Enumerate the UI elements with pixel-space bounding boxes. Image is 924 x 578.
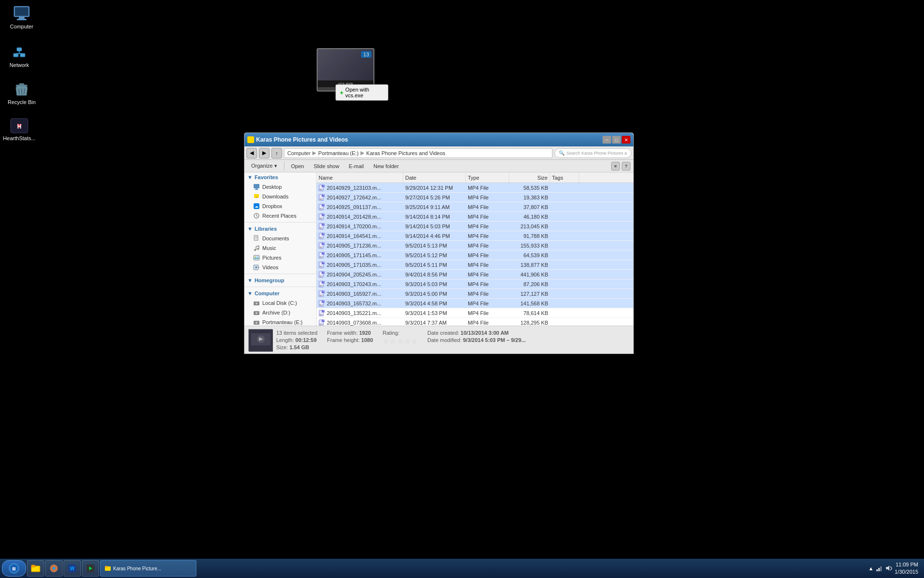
- close-button[interactable]: ✕: [622, 136, 630, 144]
- rating-label: Rating:: [383, 330, 418, 336]
- star-1[interactable]: ☆: [383, 337, 389, 345]
- forward-button[interactable]: ▶: [259, 148, 270, 158]
- star-5[interactable]: ☆: [411, 337, 418, 345]
- nav-item-archive[interactable]: Archive (D:): [244, 308, 316, 317]
- status-col-selection: 13 items selected Length: 00:12:59 Size:…: [276, 330, 318, 350]
- breadcrumb-computer: Computer: [287, 150, 310, 156]
- up-button[interactable]: ↑: [271, 148, 282, 158]
- table-row[interactable]: MP4 20140903_165732.m... 9/3/2014 4:58 P…: [317, 299, 633, 308]
- email-button[interactable]: E-mail: [345, 161, 368, 171]
- clock: 11:09 PM 1/30/2015: [895, 561, 918, 576]
- start-button[interactable]: ⊞: [2, 560, 26, 577]
- maximize-button[interactable]: □: [612, 136, 621, 144]
- nav-item-dropbox[interactable]: ☁ Dropbox: [244, 201, 316, 211]
- desktop-icon-computer[interactable]: Computer: [2, 2, 41, 31]
- nav-music-label: Music: [262, 245, 276, 251]
- col-header-type[interactable]: Type: [466, 172, 509, 183]
- table-row[interactable]: MP4 20140914_164541.m... 9/14/2014 4:46 …: [317, 231, 633, 241]
- local-disk-icon: [253, 300, 260, 306]
- col-header-name[interactable]: Name: [317, 172, 403, 183]
- help-button[interactable]: ?: [622, 162, 630, 171]
- col-header-size[interactable]: Size: [509, 172, 550, 183]
- table-row[interactable]: MP4 20140903_073608.m... 9/3/2014 7:37 A…: [317, 318, 633, 326]
- file-size-cell: 127,127 KB: [509, 291, 550, 297]
- desktop-icon-network[interactable]: Network: [0, 41, 38, 70]
- table-row[interactable]: MP4 20140904_205245.m... 9/4/2014 8:56 P…: [317, 270, 633, 279]
- taskbar-firefox[interactable]: [45, 560, 63, 577]
- status-col-frame: Frame width: 1920 Frame height: 1080: [327, 330, 373, 350]
- file-name-cell: MP4 20140903_165927.m...: [317, 290, 403, 297]
- libraries-header[interactable]: ▼ Libraries: [244, 224, 316, 234]
- documents-nav-icon: [253, 235, 260, 242]
- nav-item-videos[interactable]: Videos: [244, 263, 316, 272]
- rating-stars[interactable]: ☆ ☆ ☆ ☆ ☆: [383, 337, 418, 345]
- nav-item-recent[interactable]: Recent Places: [244, 211, 316, 221]
- table-row[interactable]: MP4 20140914_170200.m... 9/14/2014 5:03 …: [317, 222, 633, 231]
- nav-item-local-disk[interactable]: Local Disk (C:): [244, 298, 316, 308]
- table-row[interactable]: MP4 20140914_201428.m... 9/14/2014 8:14 …: [317, 212, 633, 222]
- desktop-icon-recycle[interactable]: Recycle Bin: [2, 78, 41, 107]
- hearthstats-icon: ♥ H: [10, 116, 29, 135]
- open-button[interactable]: Open: [287, 161, 308, 171]
- taskbar-media[interactable]: [82, 560, 99, 577]
- nav-desktop-label: Desktop: [262, 184, 282, 190]
- file-date-cell: 9/14/2014 5:03 PM: [403, 223, 466, 229]
- selection-label: 13 items selected: [276, 330, 318, 336]
- tray-expand-icon[interactable]: ▲: [868, 565, 873, 571]
- col-header-date[interactable]: Date: [403, 172, 466, 183]
- svg-rect-10: [19, 83, 24, 85]
- app3-icon: W: [67, 564, 77, 573]
- star-4[interactable]: ☆: [404, 337, 411, 345]
- nav-item-pictures[interactable]: Pictures: [244, 253, 316, 263]
- file-name-cell: MP4 20140929_123103.m...: [317, 184, 403, 191]
- back-button[interactable]: ◀: [246, 148, 257, 158]
- col-header-tags[interactable]: Tags: [550, 172, 579, 183]
- table-row[interactable]: MP4 20140903_170243.m... 9/3/2014 5:03 P…: [317, 279, 633, 289]
- svg-text:⊞: ⊞: [12, 566, 16, 571]
- desktop-icon-hearthstats[interactable]: ♥ H HearthStats...: [0, 114, 38, 143]
- favorites-header[interactable]: ▼ Favorites: [244, 172, 316, 182]
- nav-item-documents[interactable]: Documents: [244, 234, 316, 243]
- search-bar[interactable]: 🔍 Search Karas Phone Pictures and Vide..…: [554, 148, 631, 158]
- taskbar-file-explorer[interactable]: [27, 560, 44, 577]
- table-row[interactable]: MP4 20140905_171236.m... 9/5/2014 5:13 P…: [317, 241, 633, 250]
- table-row[interactable]: MP4 20140925_091137.m... 9/25/2014 9:11 …: [317, 202, 633, 212]
- slideshow-button[interactable]: Slide show: [310, 161, 343, 171]
- table-row[interactable]: MP4 20140905_171145.m... 9/5/2014 5:12 P…: [317, 250, 633, 260]
- organize-button[interactable]: Organize ▾: [247, 161, 281, 171]
- svg-line-33: [256, 246, 259, 247]
- minimize-button[interactable]: ─: [603, 136, 611, 144]
- table-row[interactable]: MP4 20140903_135221.m... 9/3/2014 1:53 P…: [317, 308, 633, 318]
- date-created-value: 10/13/2014 3:00 AM: [461, 330, 509, 336]
- mp4-file-icon: MP4: [319, 319, 325, 326]
- status-thumb-image: [249, 329, 273, 352]
- svg-rect-9: [16, 85, 27, 86]
- table-row[interactable]: MP4 20140905_171035.m... 9/5/2014 5:11 P…: [317, 260, 633, 270]
- file-size-cell: 78,614 KB: [509, 310, 550, 316]
- table-row[interactable]: MP4 20140927_172642.m... 9/27/2014 5:26 …: [317, 193, 633, 202]
- nav-item-downloads[interactable]: Downloads: [244, 192, 316, 201]
- star-3[interactable]: ☆: [397, 337, 403, 345]
- svg-rect-5: [20, 53, 25, 57]
- computer-nav-header[interactable]: ▼ Computer: [244, 289, 316, 298]
- recycle-icon-label: Recycle Bin: [8, 99, 36, 105]
- taskbar-explorer-active[interactable]: Karas Phone Picture...: [100, 560, 196, 577]
- table-row[interactable]: MP4 20140903_165927.m... 9/3/2014 5:00 P…: [317, 289, 633, 299]
- taskbar-app3[interactable]: W: [64, 560, 81, 577]
- star-2[interactable]: ☆: [390, 337, 396, 345]
- file-type-cell: MP4 File: [466, 185, 509, 191]
- file-type-cell: MP4 File: [466, 243, 509, 249]
- nav-item-music[interactable]: Music: [244, 243, 316, 253]
- breadcrumb[interactable]: Computer ▶ Portmanteau (E:) ▶ Karas Phon…: [284, 148, 552, 158]
- new-folder-button[interactable]: New folder: [370, 161, 403, 171]
- view-toggle-button[interactable]: ≡: [611, 162, 620, 171]
- file-size-cell: 141,568 KB: [509, 301, 550, 306]
- media-icon: [86, 564, 95, 573]
- nav-item-portmanteau[interactable]: Portmanteau (E:): [244, 317, 316, 326]
- nav-item-desktop[interactable]: Desktop: [244, 182, 316, 192]
- explorer-window: Karas Phone Pictures and Videos ─ □ ✕ ◀ …: [244, 132, 634, 354]
- mp4-file-icon: MP4: [319, 310, 325, 316]
- svg-rect-17: [254, 184, 259, 188]
- table-row[interactable]: MP4 20140929_123103.m... 9/29/2014 12:31…: [317, 183, 633, 193]
- homegroup-header[interactable]: ▼ Homegroup: [244, 276, 316, 285]
